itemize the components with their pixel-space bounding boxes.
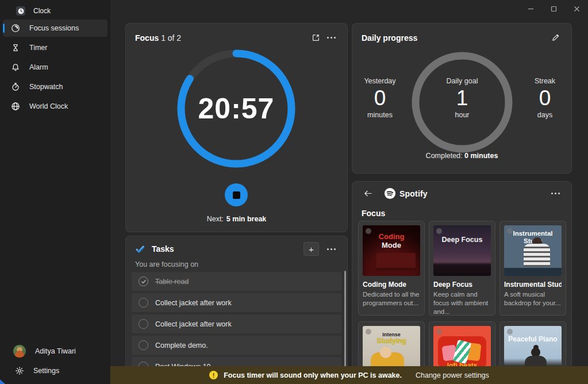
spotify-logo-icon [384,187,396,199]
popout-icon [312,33,320,42]
focus-card-title: Focus 1 of 2 [135,33,181,43]
daily-progress-card: Daily progress Yesterday 0 minutes Daily… [352,23,572,174]
change-power-settings-link[interactable]: Change power settings [416,371,489,379]
spotify-watermark-icon [507,329,513,335]
task-label: Complete demo. [155,341,208,350]
playlist-title: Deep Focus [433,281,491,289]
stopwatch-icon [11,82,20,91]
task-checkbox[interactable] [139,319,148,329]
sidebar-item-alarm[interactable]: Alarm [3,59,107,76]
tasks-subtitle: You are focusing on [126,256,347,272]
spotify-brand: Spotify [384,187,428,199]
user-account-item[interactable]: Aditya Tiwari [0,341,110,361]
tasks-scrollbar[interactable] [344,271,346,377]
world-clock-icon [11,102,20,111]
pencil-icon [551,33,560,42]
stat-streak: Streak 0 days [513,77,577,119]
task-checkbox[interactable] [139,340,148,350]
task-row[interactable]: Collect jacket after work [132,314,341,333]
popout-button[interactable] [308,31,324,44]
back-button[interactable] [360,187,376,199]
laptop-art [376,253,416,268]
playlist-cover: Instrumental Study [504,225,562,276]
task-checkbox[interactable] [139,298,148,308]
task-label: Collect jacket after work [155,299,232,307]
sidebar-item-label: Stopwatch [29,83,63,91]
spotify-brand-label: Spotify [399,189,428,198]
task-label: Collect jacket after work [155,320,232,328]
task-checkbox-checked[interactable] [139,277,148,286]
sidebar-footer: Aditya Tiwari Settings [0,341,110,384]
user-name: Aditya Tiwari [35,347,76,355]
sidebar-item-label: Alarm [29,63,48,71]
task-row[interactable]: Collect jacket after work [132,293,341,312]
minimize-button[interactable] [519,0,542,17]
alarm-icon [11,63,20,72]
playlist-cover: Coding Mode [363,225,420,276]
edit-goal-button[interactable] [548,31,563,44]
sidebar-item-label: Focus sessions [29,24,79,32]
settings-item[interactable]: Settings [0,361,110,381]
playlist-grid: Coding Mode Coding Mode Dedicated to all… [358,221,567,384]
playlist-title: Instrumental Study [504,281,562,289]
titlebar [0,0,588,17]
sidebar-item-timer[interactable]: Timer [3,39,107,56]
sidebar-item-label: World Clock [29,102,68,110]
focus-card-more-button[interactable] [324,34,339,41]
focus-timer-ring: 20:57 [170,43,302,175]
task-row[interactable]: Table read [132,272,341,291]
spotify-section-heading: Focus [352,199,571,218]
maximize-button[interactable] [542,0,565,17]
next-session-value: 5 min break [226,215,266,223]
window-controls [519,0,588,17]
spotify-watermark-icon [436,228,442,234]
timer-icon [11,43,20,52]
task-row[interactable]: Complete demo. [132,336,341,355]
focus-session-count: 1 of 2 [161,33,181,43]
daily-progress-title: Daily progress [362,33,417,43]
stat-yesterday-value: 0 [348,86,412,110]
gear-icon [15,366,24,375]
time-remaining: 20:57 [170,43,302,175]
stat-daily-goal: Daily goal 1 hour [431,77,494,119]
clock-app-window: Clock Focus sessions Timer [0,0,588,384]
stat-daily-goal-value: 1 [431,86,494,110]
sidebar-item-stopwatch[interactable]: Stopwatch [3,78,107,95]
notification-message: Focus timer will sound only when your PC… [224,371,402,379]
stat-streak-value: 0 [513,86,577,110]
sidebar: Clock Focus sessions Timer [0,0,110,384]
spotify-card: Spotify Focus Coding Mode Coding Mode De… [352,181,572,384]
sidebar-item-label: Timer [29,44,47,52]
back-arrow-icon [364,190,372,197]
tasks-more-button[interactable] [324,246,339,252]
stop-focus-button[interactable] [225,183,248,206]
stop-icon [233,191,240,199]
playlist-description: Dedicated to all the programmers out... [363,290,420,308]
todo-check-icon [135,244,146,254]
playlist-tile-deep-focus[interactable]: Deep Focus Deep Focus Keep calm and focu… [429,221,495,316]
settings-label: Settings [33,367,59,375]
task-label: Table read [155,278,189,286]
add-task-button[interactable]: + [303,242,319,256]
minimize-icon [528,6,534,12]
maximize-icon [551,6,557,12]
stat-yesterday: Yesterday 0 minutes [348,77,412,119]
sidebar-item-focus-sessions[interactable]: Focus sessions [3,20,107,37]
warning-exclamation-icon: ! [209,371,218,379]
person-art [524,244,550,267]
close-button[interactable] [565,0,588,17]
playlist-cover: Deep Focus [433,225,491,276]
playlist-description: A soft musical backdrop for your... [504,290,562,308]
playlist-title: Coding Mode [363,281,420,289]
close-icon [574,6,580,12]
focus-sessions-icon [11,24,20,33]
tasks-card-title: Tasks [152,244,174,254]
sidebar-item-world-clock[interactable]: World Clock [3,98,107,115]
playlist-description: Keep calm and focus with ambient and... [433,290,491,317]
playlist-tile-instrumental-study[interactable]: Instrumental Study Instrumental Study A … [499,221,566,316]
playlist-tile-coding-mode[interactable]: Coding Mode Coding Mode Dedicated to all… [358,221,425,316]
spotify-more-button[interactable] [548,190,563,197]
completed-line: Completed: 0 minutes [352,152,571,160]
user-avatar [13,345,26,358]
notification-bar: ! Focus timer will sound only when your … [110,366,588,384]
